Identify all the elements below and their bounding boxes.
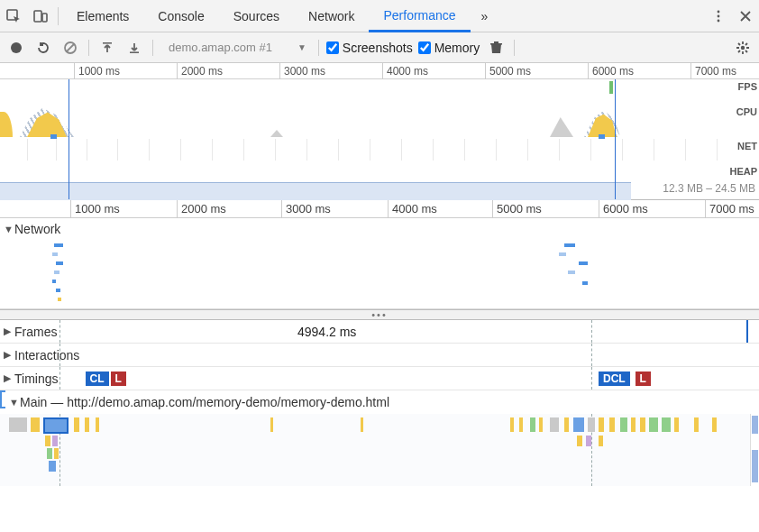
recording-select-label: demo.amap.com #1 [169,41,272,54]
ruler-tick: 7000 ms [690,63,736,79]
timings-label: Timings [14,371,59,386]
chevron-down-icon: ▼ [9,397,20,408]
devtools-tabbar: Elements Console Sources Network Perform… [0,0,759,32]
memory-label: Memory [434,41,480,55]
tab-elements[interactable]: Elements [62,0,143,32]
recording-select[interactable]: demo.amap.com #1 ▼ [160,38,311,58]
svg-point-4 [718,14,720,17]
chevron-right-icon: ▶ [4,326,14,337]
memory-checkbox[interactable]: Memory [418,41,480,55]
chevron-right-icon: ▶ [4,349,14,361]
ruler-tick: 3000 ms [279,63,325,79]
vertical-scroll-indicator[interactable] [750,414,759,486]
detail-ruler[interactable]: 1000 ms 2000 ms 3000 ms 4000 ms 5000 ms … [0,200,759,218]
separator [88,40,89,56]
network-label: Network [14,222,60,236]
timing-badge-l: L [111,371,126,386]
interactions-label: Interactions [14,348,79,362]
ruler-tick: 3000 ms [281,200,331,218]
network-track[interactable] [0,240,759,308]
svg-point-3 [718,10,720,13]
ruler-tick: 4000 ms [382,63,428,79]
frames-row[interactable]: ▶ Frames 4994.2 ms [0,320,759,344]
timing-badge-dcl: DCL [599,371,630,386]
svg-point-6 [11,42,22,53]
tab-performance[interactable]: Performance [369,0,470,32]
ruler-tick: 5000 ms [492,200,542,218]
heap-range-label: 12.3 MB – 24.5 MB [661,182,757,195]
svg-rect-9 [130,51,139,53]
ruler-tick: 2000 ms [177,200,226,218]
screenshots-label: Screenshots [343,41,413,55]
chevron-down-icon: ▼ [297,42,306,52]
inspect-icon[interactable] [0,0,27,32]
ruler-tick: 2000 ms [177,63,223,79]
svg-rect-8 [103,42,112,44]
ruler-tick: 7000 ms [705,200,754,218]
overview-cpu-track [0,96,759,137]
tab-sources[interactable]: Sources [219,0,294,32]
main-flamechart[interactable] [0,414,759,486]
perf-toolbar: demo.amap.com #1 ▼ Screenshots Memory [0,32,759,63]
ruler-tick: 1000 ms [70,200,120,218]
close-icon[interactable] [732,0,759,32]
save-profile-button[interactable] [123,37,145,59]
timing-badge-cl: CL [86,371,109,386]
overview-net-track [0,137,759,162]
memory-checkbox-input[interactable] [418,41,431,54]
overview-ruler[interactable]: 1000 ms 2000 ms 3000 ms 4000 ms 5000 ms … [0,63,759,79]
chevron-down-icon: ▼ [4,224,14,234]
network-section: ▼ Network [0,218,759,309]
selection-end[interactable] [615,79,616,199]
svg-point-12 [741,45,745,49]
svg-point-5 [718,19,720,22]
ruler-tick: 6000 ms [588,63,634,79]
frames-label: Frames [14,325,57,339]
main-row-header[interactable]: ▼ Main — http://demo.amap.com/memory-dem… [0,390,759,414]
chevron-right-icon: ▶ [4,372,14,384]
record-button[interactable] [5,37,27,59]
svg-rect-10 [494,41,498,43]
separator [152,40,153,56]
tab-more[interactable]: » [471,0,499,32]
interactions-row[interactable]: ▶ Interactions [0,344,759,367]
selection-start[interactable] [69,79,69,199]
separator [318,40,319,56]
device-toggle-icon[interactable] [27,0,54,32]
gc-button[interactable] [485,37,507,59]
clear-button[interactable] [59,37,81,59]
timing-badge-l: L [636,371,651,386]
screenshots-checkbox-input[interactable] [326,41,339,54]
network-section-header[interactable]: ▼ Network [0,218,759,240]
ruler-tick: 1000 ms [74,63,120,79]
frame-duration: 4994.2 ms [297,325,356,339]
tab-console[interactable]: Console [143,0,218,32]
overview-heap-track: 12.3 MB – 24.5 MB [0,162,759,200]
svg-rect-11 [490,43,502,45]
separator [514,40,515,56]
svg-rect-2 [42,14,47,22]
load-profile-button[interactable] [96,37,118,59]
svg-rect-1 [34,11,41,22]
overview-fps-track [0,79,759,96]
resize-handle[interactable]: ••• [0,309,759,320]
settings-icon[interactable] [732,37,754,59]
timings-row[interactable]: ▶ Timings CL L DCL L [0,367,759,390]
ruler-tick: 5000 ms [485,63,531,79]
tab-network[interactable]: Network [294,0,369,32]
kebab-icon[interactable] [705,0,732,32]
screenshots-checkbox[interactable]: Screenshots [326,41,413,55]
ruler-tick: 4000 ms [388,200,437,218]
overview-pane[interactable]: FPS CPU NET HEAP 12.3 MB – 24.5 MB [0,79,759,200]
divider [58,7,59,25]
main-label: Main — http://demo.amap.com/memory-demo/… [20,395,389,409]
reload-record-button[interactable] [32,37,54,59]
main-bracket [0,390,5,408]
ruler-tick: 6000 ms [599,200,648,218]
